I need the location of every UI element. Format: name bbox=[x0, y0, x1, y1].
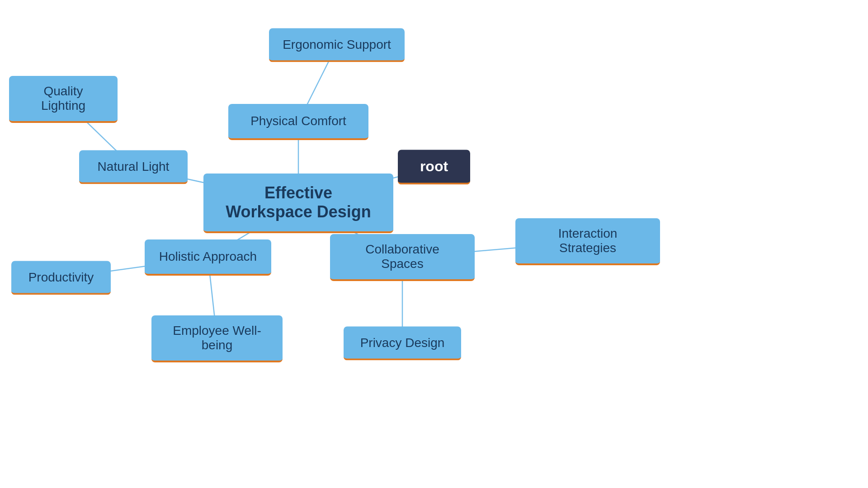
node-label-center: Effective Workspace Design bbox=[222, 183, 375, 221]
node-privacy-design[interactable]: Privacy Design bbox=[344, 327, 461, 361]
node-label-employee-wellbeing: Employee Well-being bbox=[164, 324, 270, 352]
node-center[interactable]: Effective Workspace Design bbox=[203, 174, 393, 233]
node-physical-comfort[interactable]: Physical Comfort bbox=[228, 104, 368, 140]
node-label-root: root bbox=[420, 158, 448, 175]
node-label-privacy-design: Privacy Design bbox=[360, 335, 445, 350]
node-holistic-approach[interactable]: Holistic Approach bbox=[145, 239, 271, 276]
node-label-productivity: Productivity bbox=[28, 270, 94, 284]
node-quality-lighting[interactable]: Quality Lighting bbox=[9, 76, 118, 123]
node-label-holistic-approach: Holistic Approach bbox=[159, 249, 257, 264]
node-label-ergonomic-support: Ergonomic Support bbox=[283, 37, 391, 52]
node-employee-wellbeing[interactable]: Employee Well-being bbox=[151, 315, 283, 362]
node-label-collaborative-spaces: Collaborative Spaces bbox=[343, 242, 462, 271]
node-label-interaction-strategies: Interaction Strategies bbox=[528, 226, 647, 255]
node-natural-light[interactable]: Natural Light bbox=[79, 150, 188, 184]
node-productivity[interactable]: Productivity bbox=[11, 261, 111, 295]
node-label-natural-light: Natural Light bbox=[98, 159, 170, 174]
node-interaction-strategies[interactable]: Interaction Strategies bbox=[515, 218, 660, 265]
node-collaborative-spaces[interactable]: Collaborative Spaces bbox=[330, 234, 475, 281]
mindmap-canvas: rootEffective Workspace DesignPhysical C… bbox=[0, 0, 868, 488]
node-label-quality-lighting: Quality Lighting bbox=[22, 84, 105, 113]
node-label-physical-comfort: Physical Comfort bbox=[250, 114, 346, 128]
node-root[interactable]: root bbox=[398, 150, 470, 185]
node-ergonomic-support[interactable]: Ergonomic Support bbox=[269, 28, 405, 62]
